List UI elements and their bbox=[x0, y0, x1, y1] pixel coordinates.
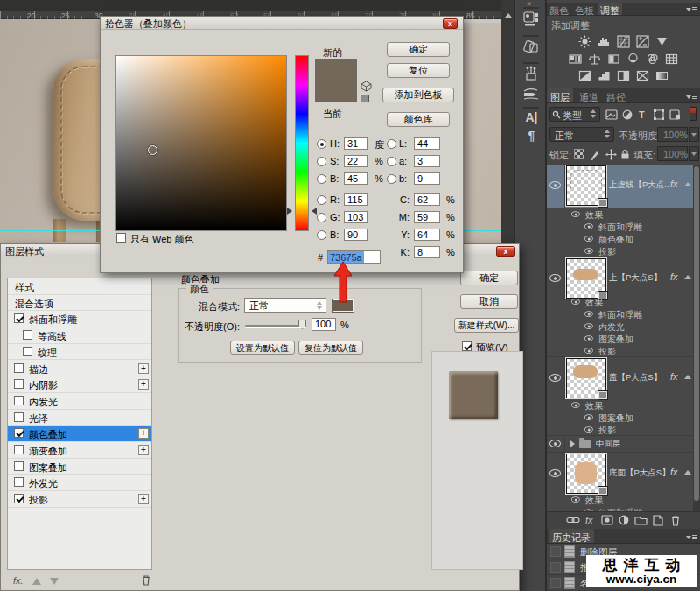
y-input[interactable]: 64 bbox=[414, 229, 440, 241]
photo-filter-icon[interactable] bbox=[626, 53, 640, 67]
brush-presets-panel-icon[interactable] bbox=[522, 86, 541, 103]
brush-panel-icon[interactable] bbox=[522, 66, 541, 83]
invert-icon[interactable] bbox=[578, 69, 592, 84]
layer-name[interactable]: 盖【P大点S】 bbox=[609, 372, 662, 383]
l-input[interactable]: 44 bbox=[414, 137, 440, 150]
curves-icon[interactable] bbox=[617, 35, 630, 50]
style-item-bevel-emboss[interactable]: 斜面和浮雕 bbox=[8, 311, 151, 327]
add-instance-icon[interactable]: + bbox=[138, 379, 149, 390]
effect-eye-icon[interactable] bbox=[571, 299, 580, 305]
c-input[interactable]: 62 bbox=[414, 193, 440, 206]
style-checkbox[interactable] bbox=[14, 494, 24, 503]
a-input[interactable]: 3 bbox=[414, 155, 440, 167]
add-layer-style-icon[interactable]: fx bbox=[585, 515, 593, 525]
filter-toggle-switch[interactable] bbox=[690, 107, 696, 121]
style-item-gradient-overlay[interactable]: 渐变叠加 + bbox=[8, 442, 151, 459]
history-source-checkbox[interactable] bbox=[550, 578, 561, 588]
style-item-pattern-overlay[interactable]: 图案叠加 bbox=[8, 459, 151, 475]
panel-menu-icon[interactable] bbox=[686, 6, 697, 13]
r-input[interactable]: 115 bbox=[344, 193, 368, 206]
blend-mode-dropdown[interactable]: 正常 bbox=[550, 127, 614, 142]
add-to-swatches-button[interactable]: 添加到色板 bbox=[382, 88, 454, 102]
panel-menu-icon[interactable] bbox=[686, 534, 697, 541]
close-icon[interactable]: x bbox=[496, 246, 515, 257]
effect-eye-icon[interactable] bbox=[584, 414, 593, 420]
style-checkbox[interactable] bbox=[14, 461, 24, 471]
fill-value[interactable]: 100% bbox=[657, 146, 688, 161]
filter-type-icon[interactable]: T bbox=[639, 109, 645, 120]
effects-row[interactable]: 效果 bbox=[547, 399, 693, 412]
layer-row-bottom[interactable]: 底面【P大点S】 fx bbox=[547, 453, 693, 494]
style-item-texture[interactable]: 纹理 bbox=[8, 344, 151, 361]
effect-eye-icon[interactable] bbox=[584, 426, 593, 433]
collapse-effects-icon[interactable] bbox=[684, 275, 691, 279]
g-input[interactable]: 103 bbox=[344, 211, 368, 223]
fill-dropdown-icon[interactable] bbox=[689, 146, 699, 161]
effect-row[interactable]: 斜面和浮雕 bbox=[547, 221, 693, 233]
effect-eye-icon[interactable] bbox=[584, 248, 593, 254]
effect-eye-icon[interactable] bbox=[584, 311, 593, 317]
fx-badge[interactable]: fx bbox=[670, 271, 678, 282]
effect-eye-icon[interactable] bbox=[571, 496, 580, 503]
style-item-contour[interactable]: 等高线 bbox=[8, 327, 151, 344]
selective-color-icon[interactable] bbox=[636, 69, 649, 84]
layer-row-top[interactable]: 上【P大点S】 fx bbox=[547, 257, 693, 300]
effects-row[interactable]: 效果 bbox=[547, 296, 693, 308]
opacity-slider[interactable] bbox=[245, 325, 306, 327]
reset-button[interactable]: 复位 bbox=[387, 63, 450, 78]
visibility-eye-icon[interactable] bbox=[550, 440, 561, 447]
web-colors-only-checkbox[interactable] bbox=[116, 233, 126, 243]
layer-row-cover[interactable]: 盖【P大点S】 fx bbox=[547, 357, 693, 399]
style-item-outer-glow[interactable]: 外发光 bbox=[8, 475, 151, 491]
add-instance-icon[interactable]: + bbox=[138, 445, 149, 455]
effect-row[interactable]: 斜面和浮雕 bbox=[547, 308, 693, 320]
hue-arrow-right-icon[interactable] bbox=[312, 208, 317, 215]
ok-button[interactable]: 确定 bbox=[460, 271, 518, 285]
visibility-eye-icon[interactable] bbox=[550, 469, 561, 477]
b-radio[interactable] bbox=[317, 174, 326, 184]
visibility-eye-icon[interactable] bbox=[550, 181, 561, 189]
b2-input[interactable]: 90 bbox=[344, 229, 368, 241]
blend-mode-select[interactable]: 正常 bbox=[244, 298, 326, 313]
tab-layers[interactable]: 图层 bbox=[547, 88, 573, 102]
tab-adjustments[interactable]: 调整 bbox=[598, 3, 622, 15]
color-libraries-button[interactable]: 颜色库 bbox=[387, 112, 450, 127]
effect-row[interactable]: 投影 bbox=[547, 424, 693, 436]
add-instance-icon[interactable]: + bbox=[138, 363, 149, 374]
hue-slider[interactable] bbox=[295, 55, 309, 231]
close-icon[interactable]: x bbox=[443, 18, 458, 29]
r-radio[interactable] bbox=[317, 195, 326, 205]
threshold-icon[interactable] bbox=[617, 69, 630, 84]
effect-row[interactable]: 投影 bbox=[547, 345, 693, 357]
fx-badge[interactable]: fx bbox=[670, 179, 678, 189]
layer-name[interactable]: 底面【P大点S】 bbox=[609, 468, 669, 479]
cancel-button[interactable]: 取消 bbox=[460, 294, 518, 309]
canvas-scroll-up-icon[interactable] bbox=[505, 13, 512, 18]
effect-row[interactable]: 颜色叠加 bbox=[547, 233, 693, 245]
lock-transparent-icon[interactable] bbox=[574, 149, 584, 159]
collapse-effects-icon[interactable] bbox=[684, 470, 691, 475]
effect-row[interactable]: 图案叠加 bbox=[547, 333, 693, 345]
h-input[interactable]: 31 bbox=[344, 137, 368, 150]
effect-eye-icon[interactable] bbox=[584, 335, 593, 341]
ok-button[interactable]: 确定 bbox=[387, 42, 450, 57]
paragraph-panel-icon[interactable]: ¶ bbox=[515, 129, 548, 143]
effect-eye-icon[interactable] bbox=[584, 348, 593, 354]
style-checkbox[interactable] bbox=[14, 412, 24, 422]
fx-badge[interactable]: fx bbox=[670, 371, 678, 382]
saturation-brightness-field[interactable] bbox=[116, 55, 287, 231]
visibility-eye-icon[interactable] bbox=[550, 274, 561, 282]
collapse-effects-icon[interactable] bbox=[684, 375, 691, 379]
add-instance-icon[interactable]: + bbox=[138, 428, 149, 439]
style-checkbox[interactable] bbox=[14, 445, 24, 454]
s-input[interactable]: 22 bbox=[344, 155, 368, 167]
character-panel-icon[interactable]: A| bbox=[515, 110, 548, 124]
style-checkbox[interactable] bbox=[14, 428, 24, 438]
layer-filter-dropdown[interactable]: 类型 bbox=[550, 107, 600, 122]
style-item-drop-shadow[interactable]: 投影 + bbox=[8, 491, 151, 508]
style-checkbox[interactable] bbox=[14, 477, 24, 487]
hue-arrow-left-icon[interactable] bbox=[287, 208, 292, 215]
effect-row[interactable]: 内发光 bbox=[547, 320, 693, 333]
gradient-map-icon[interactable] bbox=[655, 69, 668, 84]
h-radio[interactable] bbox=[317, 139, 326, 149]
